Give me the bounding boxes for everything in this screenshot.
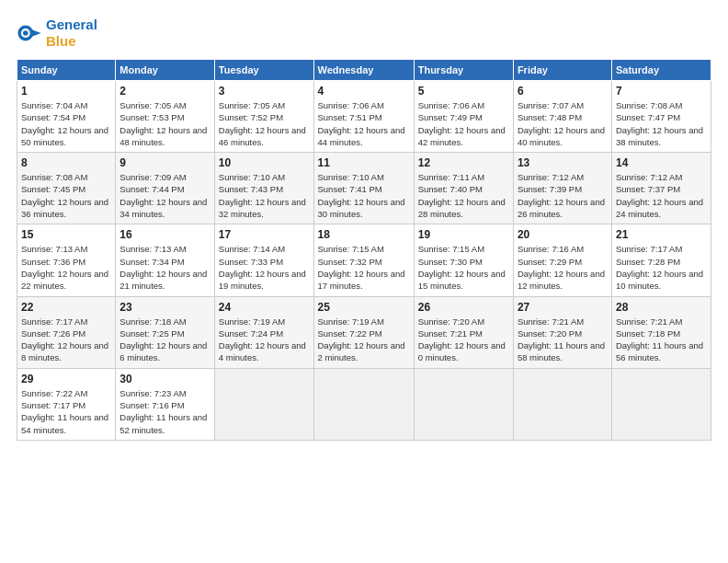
day-info: Sunrise: 7:19 AMSunset: 7:22 PMDaylight:… [318, 316, 410, 364]
col-saturday: Saturday [611, 60, 711, 81]
day-info: Sunrise: 7:16 AMSunset: 7:29 PMDaylight:… [518, 243, 608, 292]
day-number: 26 [418, 301, 509, 314]
day-info: Sunrise: 7:19 AMSunset: 7:24 PMDaylight:… [219, 316, 310, 364]
day-cell: 2Sunrise: 7:05 AMSunset: 7:53 PMDaylight… [116, 81, 214, 153]
col-wednesday: Wednesday [313, 60, 414, 81]
day-number: 19 [418, 228, 509, 241]
day-number: 27 [518, 301, 608, 314]
day-info: Sunrise: 7:08 AMSunset: 7:45 PMDaylight:… [21, 171, 111, 220]
day-cell: 27Sunrise: 7:21 AMSunset: 7:20 PMDayligh… [513, 296, 611, 368]
day-info: Sunrise: 7:17 AMSunset: 7:28 PMDaylight:… [616, 243, 707, 292]
day-info: Sunrise: 7:06 AMSunset: 7:49 PMDaylight:… [418, 99, 509, 148]
day-number: 8 [21, 156, 111, 169]
day-number: 18 [318, 228, 410, 241]
day-info: Sunrise: 7:14 AMSunset: 7:33 PMDaylight:… [219, 243, 310, 292]
day-cell: 25Sunrise: 7:19 AMSunset: 7:22 PMDayligh… [313, 296, 414, 368]
day-number: 24 [219, 301, 310, 314]
day-cell: 8Sunrise: 7:08 AMSunset: 7:45 PMDaylight… [17, 153, 116, 224]
day-cell: 12Sunrise: 7:11 AMSunset: 7:40 PMDayligh… [414, 153, 513, 224]
week-row-3: 15Sunrise: 7:13 AMSunset: 7:36 PMDayligh… [17, 224, 711, 296]
col-tuesday: Tuesday [214, 60, 313, 81]
calendar-table: Sunday Monday Tuesday Wednesday Thursday… [17, 59, 711, 441]
day-number: 21 [616, 228, 707, 241]
day-info: Sunrise: 7:17 AMSunset: 7:26 PMDaylight:… [21, 316, 111, 364]
calendar-body: 1Sunrise: 7:04 AMSunset: 7:54 PMDaylight… [17, 81, 711, 441]
calendar-page: General Blue Sunday Monday Tuesday Wedne… [0, 0, 728, 450]
day-number: 13 [518, 156, 608, 169]
day-cell: 9Sunrise: 7:09 AMSunset: 7:44 PMDaylight… [116, 153, 214, 224]
day-cell: 10Sunrise: 7:10 AMSunset: 7:43 PMDayligh… [214, 153, 313, 224]
week-row-4: 22Sunrise: 7:17 AMSunset: 7:26 PMDayligh… [17, 296, 711, 368]
day-number: 14 [616, 156, 707, 169]
day-info: Sunrise: 7:15 AMSunset: 7:32 PMDaylight:… [318, 243, 410, 292]
day-number: 6 [518, 85, 608, 98]
day-cell: 14Sunrise: 7:12 AMSunset: 7:37 PMDayligh… [611, 153, 711, 224]
day-number: 15 [21, 228, 111, 241]
header-row: Sunday Monday Tuesday Wednesday Thursday… [17, 60, 711, 81]
day-number: 22 [21, 301, 111, 314]
day-number: 10 [219, 156, 310, 169]
day-number: 3 [219, 85, 310, 98]
day-number: 30 [119, 373, 210, 385]
day-cell: 20Sunrise: 7:16 AMSunset: 7:29 PMDayligh… [513, 224, 611, 296]
day-cell [214, 368, 313, 440]
day-cell: 3Sunrise: 7:05 AMSunset: 7:52 PMDaylight… [214, 81, 313, 153]
day-number: 16 [119, 228, 210, 241]
day-info: Sunrise: 7:04 AMSunset: 7:54 PMDaylight:… [21, 99, 111, 148]
day-number: 28 [616, 301, 707, 314]
day-info: Sunrise: 7:05 AMSunset: 7:53 PMDaylight:… [119, 99, 210, 148]
day-number: 7 [616, 85, 707, 98]
header: General Blue [17, 17, 711, 50]
day-cell [513, 368, 611, 440]
day-number: 12 [418, 156, 509, 169]
day-info: Sunrise: 7:10 AMSunset: 7:43 PMDaylight:… [219, 171, 310, 220]
day-info: Sunrise: 7:22 AMSunset: 7:17 PMDaylight:… [21, 387, 111, 436]
col-thursday: Thursday [414, 60, 513, 81]
day-number: 11 [318, 156, 410, 169]
day-number: 20 [518, 228, 608, 241]
day-cell: 22Sunrise: 7:17 AMSunset: 7:26 PMDayligh… [17, 296, 116, 368]
day-cell: 28Sunrise: 7:21 AMSunset: 7:18 PMDayligh… [611, 296, 711, 368]
svg-marker-3 [30, 29, 40, 37]
day-info: Sunrise: 7:10 AMSunset: 7:41 PMDaylight:… [318, 171, 410, 220]
day-cell: 26Sunrise: 7:20 AMSunset: 7:21 PMDayligh… [414, 296, 513, 368]
day-cell: 11Sunrise: 7:10 AMSunset: 7:41 PMDayligh… [313, 153, 414, 224]
day-cell: 23Sunrise: 7:18 AMSunset: 7:25 PMDayligh… [116, 296, 214, 368]
logo-icon [17, 20, 42, 46]
day-info: Sunrise: 7:13 AMSunset: 7:36 PMDaylight:… [21, 243, 111, 292]
day-number: 9 [119, 156, 210, 169]
day-number: 17 [219, 228, 310, 241]
day-cell: 13Sunrise: 7:12 AMSunset: 7:39 PMDayligh… [513, 153, 611, 224]
day-cell: 7Sunrise: 7:08 AMSunset: 7:47 PMDaylight… [611, 81, 711, 153]
day-cell [414, 368, 513, 440]
day-cell: 21Sunrise: 7:17 AMSunset: 7:28 PMDayligh… [611, 224, 711, 296]
day-info: Sunrise: 7:13 AMSunset: 7:34 PMDaylight:… [119, 243, 210, 292]
day-info: Sunrise: 7:20 AMSunset: 7:21 PMDaylight:… [418, 316, 509, 364]
col-monday: Monday [116, 60, 214, 81]
day-number: 25 [318, 301, 410, 314]
week-row-1: 1Sunrise: 7:04 AMSunset: 7:54 PMDaylight… [17, 81, 711, 153]
day-info: Sunrise: 7:21 AMSunset: 7:20 PMDaylight:… [518, 316, 608, 364]
day-info: Sunrise: 7:09 AMSunset: 7:44 PMDaylight:… [119, 171, 210, 220]
day-cell: 18Sunrise: 7:15 AMSunset: 7:32 PMDayligh… [313, 224, 414, 296]
week-row-5: 29Sunrise: 7:22 AMSunset: 7:17 PMDayligh… [17, 368, 711, 440]
day-cell: 4Sunrise: 7:06 AMSunset: 7:51 PMDaylight… [313, 81, 414, 153]
day-info: Sunrise: 7:08 AMSunset: 7:47 PMDaylight:… [616, 99, 707, 148]
day-cell: 16Sunrise: 7:13 AMSunset: 7:34 PMDayligh… [116, 224, 214, 296]
day-cell: 17Sunrise: 7:14 AMSunset: 7:33 PMDayligh… [214, 224, 313, 296]
day-number: 29 [21, 373, 111, 385]
day-number: 5 [418, 85, 509, 98]
day-number: 1 [21, 85, 111, 98]
day-info: Sunrise: 7:21 AMSunset: 7:18 PMDaylight:… [616, 316, 707, 364]
day-info: Sunrise: 7:12 AMSunset: 7:39 PMDaylight:… [518, 171, 608, 220]
day-cell [313, 368, 414, 440]
day-number: 23 [119, 301, 210, 314]
col-friday: Friday [513, 60, 611, 81]
week-row-2: 8Sunrise: 7:08 AMSunset: 7:45 PMDaylight… [17, 153, 711, 224]
day-cell: 24Sunrise: 7:19 AMSunset: 7:24 PMDayligh… [214, 296, 313, 368]
day-info: Sunrise: 7:15 AMSunset: 7:30 PMDaylight:… [418, 243, 509, 292]
day-cell: 5Sunrise: 7:06 AMSunset: 7:49 PMDaylight… [414, 81, 513, 153]
col-sunday: Sunday [17, 60, 116, 81]
day-cell: 30Sunrise: 7:23 AMSunset: 7:16 PMDayligh… [116, 368, 214, 440]
day-cell: 1Sunrise: 7:04 AMSunset: 7:54 PMDaylight… [17, 81, 116, 153]
